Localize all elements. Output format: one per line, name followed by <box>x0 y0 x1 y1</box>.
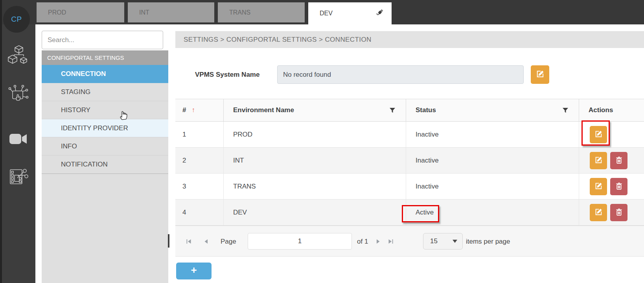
trash-icon <box>615 182 623 191</box>
environments-table: # ↑ Environment Name Status Actions 1 <box>175 99 644 226</box>
pager-of-label: of 1 <box>357 226 368 257</box>
column-header-actions: Actions <box>579 99 644 121</box>
tab-int-label: INT <box>139 9 149 16</box>
top-bar: PROD INT TRANS DEV <box>0 0 644 24</box>
environment-name-cell: TRANS <box>223 174 406 199</box>
nav-items: CONNECTION STAGING HISTORY IDENTITY PROV… <box>42 65 168 174</box>
icon-sidebar <box>0 24 35 283</box>
delete-button[interactable] <box>610 204 627 221</box>
vpms-system-name-field[interactable]: No record found <box>277 65 524 84</box>
pager-previous-page-button[interactable] <box>204 226 208 257</box>
plus-icon: + <box>191 264 197 276</box>
tab-dev-label: DEV <box>320 10 333 17</box>
delete-button[interactable] <box>610 178 627 195</box>
main-content: SETTINGS > CONFIGPORTAL SETTINGS > CONNE… <box>175 24 644 283</box>
status-cell: Inactive <box>406 122 579 147</box>
nav-item-connection[interactable]: CONNECTION <box>42 65 168 83</box>
actions-cell <box>579 148 644 173</box>
pager-next-page-button[interactable] <box>376 226 381 257</box>
edit-button[interactable] <box>590 152 607 169</box>
vpms-system-name-label: VPMS System Name <box>195 65 259 84</box>
table-header-row: # ↑ Environment Name Status Actions <box>175 99 644 122</box>
nav-scrollbar-thumb[interactable] <box>168 234 169 248</box>
nav-item-label: CONNECTION <box>61 70 106 78</box>
edit-button[interactable] <box>590 126 607 143</box>
actions-cell <box>579 174 644 199</box>
column-header-status[interactable]: Status <box>406 99 579 121</box>
pager-last-page-button[interactable] <box>388 226 394 257</box>
tab-prod-label: PROD <box>48 9 66 16</box>
column-header-label: Status <box>416 106 436 114</box>
vpms-edit-button[interactable] <box>531 65 549 84</box>
filter-icon[interactable] <box>562 107 569 115</box>
column-header-index[interactable]: # ↑ <box>175 99 223 121</box>
vpms-label-text: VPMS System Name <box>195 71 259 79</box>
nav-section-header: CONFIGPORTAL SETTINGS <box>42 50 168 65</box>
table-row: 4 DEV Active <box>175 200 644 226</box>
interactive-panel-icon[interactable] <box>7 83 29 106</box>
status-cell: Inactive <box>406 148 579 173</box>
page-size-value: 15 <box>430 237 438 245</box>
search-input[interactable] <box>42 31 163 49</box>
window-left-edge <box>0 0 2 283</box>
actions-cell <box>579 122 644 147</box>
video-camera-icon[interactable] <box>7 128 29 151</box>
table-row: 1 PROD Inactive <box>175 122 644 148</box>
nav-item-notification[interactable]: NOTIFICATION <box>42 155 168 174</box>
pager-items-per-page-label: items per page <box>466 226 510 257</box>
nav-item-label: STAGING <box>61 88 90 96</box>
environment-name-cell: INT <box>223 148 406 173</box>
status-cell: Active <box>406 200 579 225</box>
column-header-label: Environment Name <box>233 106 294 114</box>
edit-button[interactable] <box>590 178 607 195</box>
edit-icon <box>594 130 603 139</box>
nav-item-label: INFO <box>61 142 77 150</box>
nav-item-staging[interactable]: STAGING <box>42 83 168 101</box>
trash-icon <box>615 208 623 217</box>
column-header-label: # <box>182 106 186 114</box>
pager-page-input[interactable] <box>248 233 352 250</box>
pager-page-label: Page <box>221 226 236 257</box>
trash-icon <box>615 156 623 165</box>
row-index-cell: 1 <box>175 122 223 147</box>
environment-name-cell: PROD <box>223 122 406 147</box>
column-header-label: Actions <box>589 106 613 114</box>
filter-icon[interactable] <box>389 107 396 115</box>
tab-int[interactable]: INT <box>128 2 214 22</box>
nav-item-history[interactable]: HISTORY <box>42 101 168 119</box>
nav-section-title: CONFIGPORTAL SETTINGS <box>47 54 124 61</box>
mouse-cursor <box>118 109 128 122</box>
vpms-field-value: No record found <box>283 71 331 79</box>
breadcrumb-text: SETTINGS > CONFIGPORTAL SETTINGS > CONNE… <box>184 36 372 44</box>
edit-icon <box>594 208 603 217</box>
delete-button[interactable] <box>610 152 627 169</box>
table-row: 2 INT Inactive <box>175 148 644 174</box>
nav-item-identity-provider[interactable]: IDENTITY PROVIDER <box>42 119 168 137</box>
tab-trans[interactable]: TRANS <box>218 2 305 22</box>
table-pager: Page of 1 15 items per page <box>175 226 644 257</box>
breadcrumb: SETTINGS > CONFIGPORTAL SETTINGS > CONNE… <box>175 31 644 48</box>
status-cell: Inactive <box>406 174 579 199</box>
chevron-down-icon <box>453 240 457 243</box>
pager-first-page-button[interactable] <box>186 226 192 257</box>
nav-item-label: NOTIFICATION <box>61 161 108 168</box>
media-editing-icon[interactable] <box>7 165 29 188</box>
nav-item-info[interactable]: INFO <box>42 137 168 155</box>
row-index-cell: 4 <box>175 200 223 225</box>
edit-button[interactable] <box>590 204 607 221</box>
column-header-environment-name[interactable]: Environment Name <box>223 99 406 121</box>
environment-name-cell: DEV <box>223 200 406 225</box>
settings-nav-panel: CONFIGPORTAL SETTINGS CONNECTION STAGING… <box>35 24 175 283</box>
row-index-cell: 2 <box>175 148 223 173</box>
pager-page-size-select[interactable]: 15 <box>423 233 463 250</box>
tab-dev-active[interactable]: DEV <box>308 2 392 24</box>
avatar[interactable]: CP <box>3 6 30 33</box>
table-row: 3 TRANS Inactive <box>175 174 644 200</box>
edit-icon <box>536 70 545 80</box>
add-environment-button[interactable]: + <box>176 263 212 279</box>
tab-trans-label: TRANS <box>229 9 250 16</box>
plug-icon <box>375 8 385 19</box>
tab-prod[interactable]: PROD <box>37 2 124 22</box>
actions-cell <box>579 200 644 225</box>
modules-cubes-icon[interactable] <box>7 44 29 67</box>
